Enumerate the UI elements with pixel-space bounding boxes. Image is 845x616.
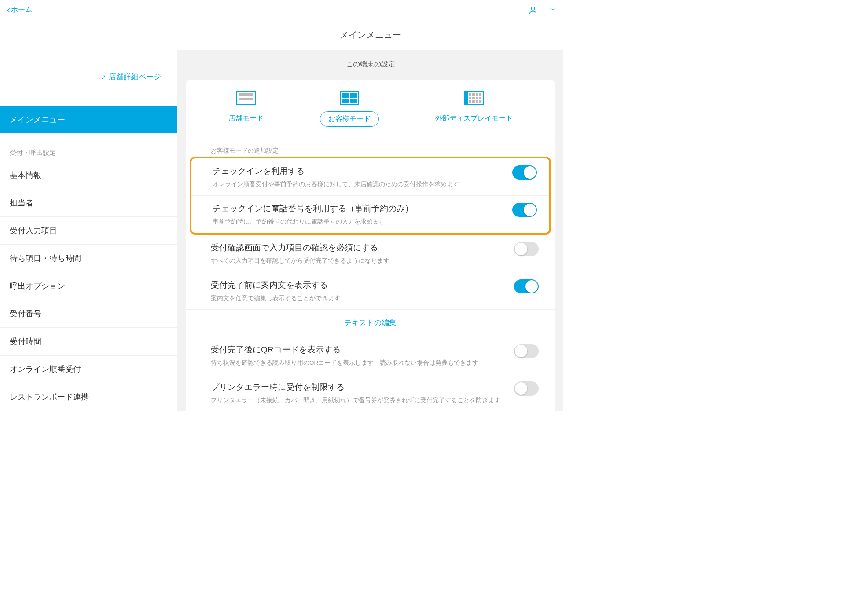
toggle-checkin[interactable] (512, 165, 537, 180)
sidebar: ↗ 店舗詳細ページ メインメニュー 受付・呼出設定 基本情報 担当者 受付入力項… (0, 20, 177, 411)
sidebar-item-call[interactable]: 呼出オプション (0, 272, 177, 300)
store-detail-label: 店舗詳細ページ (109, 72, 161, 82)
sidebar-group-label: 受付・呼出設定 (0, 133, 177, 161)
sidebar-item-number[interactable]: 受付番号 (0, 300, 177, 328)
back-button[interactable]: ‹ ホーム (7, 4, 32, 16)
toggle-confirm-required[interactable] (514, 242, 539, 256)
setting-desc: プリンタエラー（未接続、カバー開き、用紙切れ）で番号券が発券されずに受付完了する… (211, 396, 500, 404)
toggle-checkin-phone[interactable] (512, 203, 537, 217)
mode-external[interactable]: 外部ディスプレイモード (427, 91, 521, 127)
setting-desc: オンライン順番受付や事前予約のお客様に対して、来店確認のための受付操作を求めます (213, 180, 459, 188)
setting-show-guidance: 受付完了前に案内文を表示する 案内文を任意で編集し表示することができます (186, 272, 555, 309)
user-icon[interactable] (528, 5, 538, 15)
toggle-show-qr[interactable] (514, 344, 539, 358)
mode-store-label: 店舗モード (220, 111, 272, 126)
store-detail-link[interactable]: ↗ 店舗詳細ページ (101, 72, 161, 82)
setting-checkin-phone: チェックインに電話番号を利用する（事前予約のみ） 事前予約時に、予約番号の代わり… (191, 195, 549, 233)
edit-text-link[interactable]: テキストの編集 (186, 309, 555, 337)
mode-customer[interactable]: お客様モード (320, 91, 379, 127)
page-title: メインメニュー (177, 20, 563, 50)
highlighted-settings: チェックインを利用する オンライン順番受付や事前予約のお客様に対して、来店確認の… (190, 157, 551, 235)
mode-external-label: 外部ディスプレイモード (427, 111, 521, 126)
setting-title: チェックインを利用する (213, 165, 459, 177)
external-mode-icon (464, 91, 484, 105)
setting-title: 受付完了前に案内文を表示する (211, 279, 340, 291)
topbar: ‹ ホーム ﹀ (0, 0, 563, 20)
setting-desc: すべての入力項目を確認してから受付完了できるようになります (211, 257, 389, 265)
setting-show-qr: 受付完了後にQRコードを表示する 待ち状況を確認できる読み取り用のQRコードを表… (186, 337, 555, 374)
mode-customer-label: お客様モード (320, 111, 379, 127)
main-panel: メインメニュー この端末の設定 店舗モード お客様モード 外部ディスプレイモード… (177, 20, 563, 411)
setting-confirm-required: 受付確認画面で入力項目の確認を必須にする すべての入力項目を確認してから受付完了… (186, 235, 555, 272)
sidebar-item-time[interactable]: 受付時間 (0, 328, 177, 356)
external-link-icon: ↗ (101, 73, 106, 81)
section-note: お客様モードの追加設定 (186, 137, 555, 157)
toggle-printer-error[interactable] (514, 381, 539, 396)
sidebar-item-restaurant[interactable]: レストランボード連携 (0, 383, 177, 411)
sidebar-item-online[interactable]: オンライン順番受付 (0, 356, 177, 383)
setting-title: 受付完了後にQRコードを表示する (211, 344, 478, 356)
setting-title: チェックインに電話番号を利用する（事前予約のみ） (213, 203, 413, 214)
store-mode-icon (236, 91, 256, 105)
setting-title: プリンタエラー時に受付を制限する (211, 381, 500, 393)
device-subtitle: この端末の設定 (177, 50, 563, 72)
setting-printer-error: プリンタエラー時に受付を制限する プリンタエラー（未接続、カバー開き、用紙切れ）… (186, 374, 555, 404)
setting-desc: 事前予約時に、予約番号の代わりに電話番号の入力を求めます (213, 218, 413, 226)
sidebar-item-wait[interactable]: 待ち項目・待ち時間 (0, 245, 177, 272)
settings-card: 店舗モード お客様モード 外部ディスプレイモード お客様モードの追加設定 チェッ… (186, 80, 555, 411)
setting-desc: 待ち状況を確認できる読み取り用のQRコードを表示します 読み取れない場合は発券も… (211, 359, 478, 367)
setting-desc: 案内文を任意で編集し表示することができます (211, 294, 340, 302)
sidebar-item-basic[interactable]: 基本情報 (0, 161, 177, 189)
sidebar-item-staff[interactable]: 担当者 (0, 189, 177, 217)
sidebar-item-input[interactable]: 受付入力項目 (0, 217, 177, 245)
setting-checkin: チェックインを利用する オンライン順番受付や事前予約のお客様に対して、来店確認の… (191, 158, 549, 195)
svg-point-0 (531, 7, 534, 10)
toggle-show-guidance[interactable] (514, 279, 539, 293)
mode-store[interactable]: 店舗モード (220, 91, 272, 127)
sidebar-active-section[interactable]: メインメニュー (0, 106, 177, 133)
chevron-down-icon[interactable]: ﹀ (550, 6, 556, 14)
mode-selector: 店舗モード お客様モード 外部ディスプレイモード (186, 80, 555, 137)
customer-mode-icon (340, 91, 359, 105)
setting-title: 受付確認画面で入力項目の確認を必須にする (211, 242, 389, 253)
chevron-left-icon: ‹ (7, 4, 10, 16)
back-label: ホーム (11, 5, 32, 15)
